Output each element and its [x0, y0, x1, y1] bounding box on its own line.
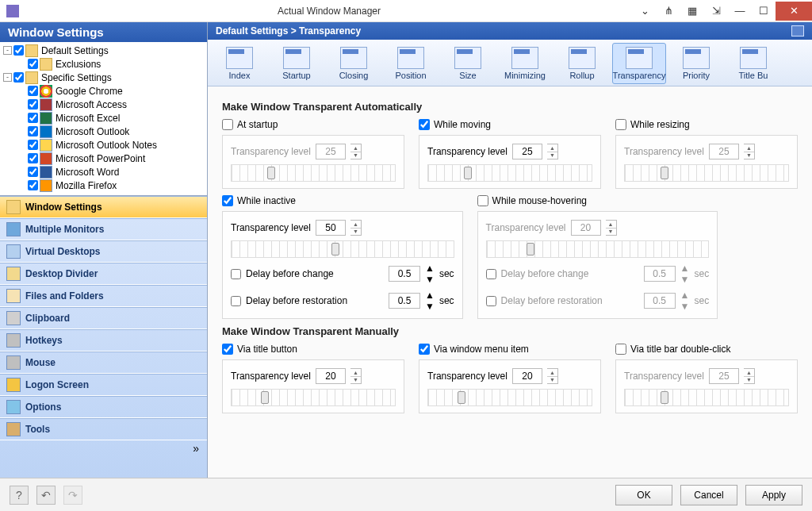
tree-checkbox[interactable] [28, 167, 38, 177]
level-slider[interactable] [427, 389, 592, 406]
level-spinner[interactable]: ▲▼ [350, 368, 362, 384]
level-spinner[interactable]: ▲▼ [547, 144, 558, 159]
tree-item[interactable]: Microsoft Excel [0, 111, 207, 125]
inactive-delay_restore-value[interactable]: 0.5 [389, 293, 420, 309]
nav-tools[interactable]: Tools [0, 418, 207, 440]
titlebtn-checkbox[interactable]: Via title button [222, 344, 404, 355]
tab-size[interactable]: Size [441, 43, 495, 84]
level-spinner[interactable]: ▲▼ [606, 220, 617, 236]
settings-tree[interactable]: -Default SettingsExclusions-Specific Set… [0, 42, 207, 196]
tree-checkbox[interactable] [28, 86, 38, 96]
tree-item[interactable]: -Default Settings [0, 44, 207, 57]
level-value[interactable]: 25 [709, 144, 739, 159]
level-spinner[interactable]: ▲▼ [350, 220, 362, 236]
tab-closing[interactable]: Closing [327, 43, 381, 84]
level-value[interactable]: 25 [316, 144, 346, 159]
nav-multiple-monitors[interactable]: Multiple Monitors [0, 218, 207, 240]
nav-window-settings[interactable]: Window Settings [0, 196, 207, 218]
startup-checkbox[interactable]: At startup [222, 119, 404, 130]
nav-files-and-folders[interactable]: Files and Folders [0, 285, 207, 307]
close-button[interactable]: ✕ [776, 2, 812, 21]
breadcrumb-windows-icon[interactable] [791, 25, 804, 36]
tree-item[interactable]: Exclusions [0, 57, 207, 71]
level-value[interactable]: 25 [709, 368, 739, 384]
tree-checkbox[interactable] [28, 99, 38, 110]
inactive-delay_change-checkbox[interactable] [231, 269, 241, 279]
nav-options[interactable]: Options [0, 396, 207, 418]
sys-extra2-icon[interactable]: ⋔ [657, 2, 680, 21]
hover-delay_change-value[interactable]: 0.5 [644, 266, 676, 282]
tab-position[interactable]: Position [384, 43, 438, 84]
maximize-button[interactable]: ☐ [752, 2, 776, 21]
sys-extra4-icon[interactable]: ⇲ [704, 2, 728, 21]
help-icon[interactable]: ? [10, 486, 29, 505]
hover-delay_restore-value[interactable]: 0.5 [644, 293, 676, 309]
inactive-delay_restore-checkbox[interactable] [231, 296, 241, 306]
tree-checkbox[interactable] [28, 113, 38, 123]
tree-item[interactable]: Microsoft Outlook Notes [0, 138, 207, 152]
redo-icon[interactable]: ↷ [63, 486, 82, 505]
tree-item[interactable]: Microsoft Outlook [0, 125, 207, 138]
tree-item[interactable]: Google Chrome [0, 84, 207, 98]
inactive-delay_restore-spinner[interactable]: ▲▼ [425, 290, 435, 312]
hover-delay_restore-spinner[interactable]: ▲▼ [680, 290, 690, 312]
level-value[interactable]: 20 [316, 368, 346, 384]
tab-startup[interactable]: Startup [270, 43, 324, 84]
hover-delay_change-spinner[interactable]: ▲▼ [680, 263, 690, 285]
tree-checkbox[interactable] [13, 72, 24, 83]
expand-icon[interactable]: - [3, 73, 12, 82]
level-value[interactable]: 50 [316, 220, 346, 236]
nav-hotkeys[interactable]: Hotkeys [0, 329, 207, 352]
sys-extra3-icon[interactable]: ▦ [680, 2, 704, 21]
tab-transparency[interactable]: Transparency [612, 43, 666, 84]
level-spinner[interactable]: ▲▼ [350, 144, 362, 159]
inactive-checkbox[interactable]: While inactive [222, 195, 463, 206]
level-slider[interactable] [231, 240, 454, 258]
nav-desktop-divider[interactable]: Desktop Divider [0, 263, 207, 285]
tab-rollup[interactable]: Rollup [555, 43, 609, 84]
dblclick-checkbox[interactable]: Via title bar double-click [615, 344, 798, 355]
minimize-button[interactable]: — [728, 2, 752, 21]
inactive-delay_change-value[interactable]: 0.5 [389, 266, 420, 282]
level-spinner[interactable]: ▲▼ [744, 144, 755, 159]
nav-virtual-desktops[interactable]: Virtual Desktops [0, 240, 207, 263]
tab-priority[interactable]: Priority [669, 43, 723, 84]
level-spinner[interactable]: ▲▼ [744, 368, 755, 384]
nav-mouse[interactable]: Mouse [0, 352, 207, 374]
nav-logon-screen[interactable]: Logon Screen [0, 374, 207, 396]
ok-button[interactable]: OK [615, 485, 672, 505]
level-spinner[interactable]: ▲▼ [547, 368, 558, 384]
tree-checkbox[interactable] [28, 153, 38, 163]
tree-item[interactable]: Microsoft Access [0, 98, 207, 111]
tree-checkbox[interactable] [28, 126, 38, 136]
inactive-delay_change-spinner[interactable]: ▲▼ [425, 263, 435, 285]
tree-checkbox[interactable] [28, 180, 38, 190]
tab-minimizing[interactable]: Minimizing [498, 43, 552, 84]
tree-checkbox[interactable] [13, 45, 24, 56]
level-slider[interactable] [231, 389, 396, 406]
tab-title-bu[interactable]: Title Bu [726, 43, 780, 84]
moving-checkbox[interactable]: While moving [419, 119, 601, 130]
level-value[interactable]: 25 [512, 144, 542, 159]
undo-icon[interactable]: ↶ [36, 486, 56, 505]
expand-icon[interactable]: - [3, 46, 12, 55]
tree-item[interactable]: Microsoft PowerPoint [0, 152, 207, 165]
level-value[interactable]: 20 [512, 368, 542, 384]
tree-item[interactable]: -Specific Settings [0, 71, 207, 84]
level-value[interactable]: 20 [571, 220, 601, 236]
nav-clipboard[interactable]: Clipboard [0, 307, 207, 329]
level-label: Transparency level [427, 371, 508, 382]
tree-checkbox[interactable] [28, 140, 38, 150]
tab-index[interactable]: Index [213, 43, 266, 84]
resizing-checkbox[interactable]: While resizing [615, 119, 798, 130]
sys-extra1-icon[interactable]: ⌄ [633, 2, 657, 21]
tree-item[interactable]: Microsoft Word [0, 165, 207, 179]
apply-button[interactable]: Apply [745, 485, 802, 505]
cancel-button[interactable]: Cancel [680, 485, 737, 505]
hover-checkbox[interactable]: While mouse-hovering [477, 195, 718, 206]
nav-more-icon[interactable]: » [0, 440, 207, 456]
tree-checkbox[interactable] [28, 59, 38, 69]
menuitem-checkbox[interactable]: Via window menu item [419, 344, 601, 355]
level-slider[interactable] [427, 164, 592, 182]
tree-item[interactable]: Mozilla Firefox [0, 179, 207, 192]
